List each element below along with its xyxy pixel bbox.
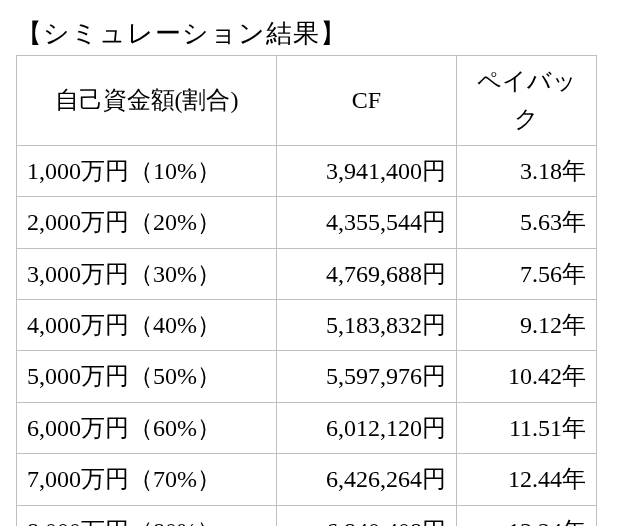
cell-payback: 12.44年	[457, 454, 597, 505]
cell-payback: 10.42年	[457, 351, 597, 402]
cell-cf: 6,012,120円	[277, 402, 457, 453]
table-row: 7,000万円（70%）6,426,264円12.44年	[17, 454, 597, 505]
cell-cf: 5,597,976円	[277, 351, 457, 402]
table-row: 6,000万円（60%）6,012,120円11.51年	[17, 402, 597, 453]
header-cf: CF	[277, 56, 457, 146]
table-row: 5,000万円（50%）5,597,976円10.42年	[17, 351, 597, 402]
simulation-table: 自己資金額(割合) CF ペイバック 1,000万円（10%）3,941,400…	[16, 55, 597, 526]
cell-payback: 5.63年	[457, 197, 597, 248]
cell-cf: 6,426,264円	[277, 454, 457, 505]
header-payback: ペイバック	[457, 56, 597, 146]
table-row: 3,000万円（30%）4,769,688円7.56年	[17, 248, 597, 299]
cell-own-funds: 4,000万円（40%）	[17, 299, 277, 350]
cell-cf: 3,941,400円	[277, 145, 457, 196]
cell-payback: 11.51年	[457, 402, 597, 453]
cell-own-funds: 7,000万円（70%）	[17, 454, 277, 505]
header-own-funds: 自己資金額(割合)	[17, 56, 277, 146]
cell-payback: 7.56年	[457, 248, 597, 299]
cell-own-funds: 1,000万円（10%）	[17, 145, 277, 196]
table-row: 4,000万円（40%）5,183,832円9.12年	[17, 299, 597, 350]
table-row: 1,000万円（10%）3,941,400円3.18年	[17, 145, 597, 196]
cell-cf: 6,840,408円	[277, 505, 457, 526]
cell-own-funds: 2,000万円（20%）	[17, 197, 277, 248]
table-header-row: 自己資金額(割合) CF ペイバック	[17, 56, 597, 146]
cell-own-funds: 8,000万円（80%）	[17, 505, 277, 526]
cell-cf: 4,769,688円	[277, 248, 457, 299]
page-title: 【シミュレーション結果】	[16, 16, 601, 51]
cell-own-funds: 6,000万円（60%）	[17, 402, 277, 453]
table-row: 8,000万円（80%）6,840,408円13.24年	[17, 505, 597, 526]
cell-cf: 4,355,544円	[277, 197, 457, 248]
cell-payback: 9.12年	[457, 299, 597, 350]
cell-payback: 13.24年	[457, 505, 597, 526]
cell-own-funds: 5,000万円（50%）	[17, 351, 277, 402]
table-row: 2,000万円（20%）4,355,544円5.63年	[17, 197, 597, 248]
cell-payback: 3.18年	[457, 145, 597, 196]
cell-own-funds: 3,000万円（30%）	[17, 248, 277, 299]
cell-cf: 5,183,832円	[277, 299, 457, 350]
